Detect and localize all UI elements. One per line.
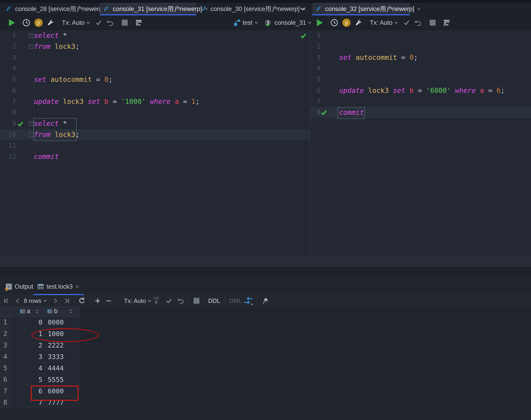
code-line[interactable]: from lock3; [34,41,79,52]
cell-a[interactable]: 3 [11,351,46,362]
code-line[interactable]: set autocommit = 0; [339,52,418,63]
rollback-button[interactable] [413,18,423,28]
output-layout-button[interactable] [441,18,452,28]
code-line[interactable]: commit [34,151,59,162]
cell-b[interactable]: 0000 [46,317,79,328]
first-page-button[interactable] [2,296,11,305]
rollback-button[interactable] [176,296,185,305]
code-token: ; [501,86,505,94]
editor-tab[interactable]: console_30 [service用户newerp]× [198,3,296,15]
cell-a[interactable]: 2 [11,340,46,351]
tab-test-lock3[interactable]: test.lock3 × [37,278,79,295]
close-icon[interactable]: × [76,284,79,290]
delete-row-button[interactable]: − [104,296,113,305]
p-badge-icon: p [342,19,350,27]
column-header-a[interactable]: a [11,306,46,317]
editor-scroll-band[interactable] [0,256,531,267]
row-number[interactable]: 4 [0,351,11,362]
code-line[interactable]: update lock3 set b = '1000' where a = 1; [34,96,200,107]
header-corner[interactable] [0,306,11,317]
code-line[interactable]: update lock3 set b = '6000' where a = 6; [339,85,505,96]
editor-tab[interactable]: console_28 [service用户newerp]× [2,3,99,15]
code-line[interactable]: set autocommit = 0; [34,74,113,85]
tab-label: console_28 [service用户newerp] [15,5,104,13]
history-button[interactable] [21,18,31,28]
code-token: autocommit [50,75,92,83]
code-line[interactable]: select * [34,30,67,41]
code-token: ; [76,130,79,138]
dml-button[interactable]: DML [229,295,242,306]
column-header-b[interactable]: b [46,306,79,317]
editor-right-pane[interactable]: 123set autocommit = 0;456update lock3 se… [310,30,531,256]
stop-button[interactable] [428,18,438,28]
row-number[interactable]: 7 [0,385,11,397]
output-layout-button[interactable] [134,18,144,28]
row-number[interactable]: 6 [0,374,11,385]
reload-button[interactable] [77,296,86,305]
fold-marker[interactable]: − [29,33,33,38]
editor-left-pane[interactable]: − − − − 1select *2from lock3;345set auto… [0,30,310,256]
cell-b[interactable]: 5555 [46,374,79,385]
column-icon [47,309,52,314]
ddl-button[interactable]: DDL [208,295,220,306]
prev-page-button[interactable] [13,296,22,305]
cell-a[interactable]: 4 [11,362,46,374]
commit-check-button[interactable] [401,18,411,28]
commit-check-button[interactable] [164,296,174,305]
code-line[interactable]: commit [339,107,364,118]
tab-output[interactable]: › Output [6,278,33,295]
cell-b[interactable]: 3333 [46,351,79,362]
parameters-button[interactable]: p [33,18,44,28]
editor-split-area: − − − − 1select *2from lock3;345set auto… [0,30,531,256]
cell-a[interactable]: 5 [11,374,46,385]
schema-selector[interactable]: test [233,15,258,30]
fold-marker[interactable]: − [29,44,33,49]
tx-mode-dropdown[interactable]: Tx: Auto [62,15,90,30]
row-number[interactable]: 3 [0,340,11,351]
code-line[interactable]: from lock3; [34,129,79,140]
separator [117,298,117,304]
stop-button[interactable] [192,296,201,305]
row-number[interactable]: 5 [0,362,11,374]
page-size-dropdown[interactable]: 8 rows [24,295,47,306]
session-icon [265,19,273,27]
tab-overflow-button[interactable] [296,3,309,15]
sort-arrows-icon[interactable] [35,309,39,314]
next-page-button[interactable] [51,296,60,305]
history-button[interactable] [329,18,339,28]
rollback-button[interactable] [105,18,115,28]
commit-check-button[interactable] [93,18,104,28]
row-number[interactable]: 1 [0,317,11,328]
annotation-ellipse-row2 [31,328,99,342]
row-number[interactable]: 2 [0,328,11,340]
parameters-button[interactable]: p [341,18,351,28]
settings-wrench-button[interactable] [353,18,364,28]
code-token [59,97,63,105]
line-number: 11 [0,140,16,151]
fold-marker[interactable]: − [29,132,33,137]
fold-marker[interactable]: − [29,121,33,126]
add-row-button[interactable]: + [93,296,102,305]
session-selector[interactable]: console_31 [265,15,312,30]
code-line[interactable]: select * [34,118,67,129]
separator [258,298,258,304]
editor-tab-bar: console_28 [service用户newerp]×console_31 … [0,3,531,15]
row-number[interactable]: 8 [0,397,11,408]
editor-tab[interactable]: console_32 [service用户newerp]× [312,3,410,15]
tx-mode-dropdown[interactable]: Tx: Auto [124,295,151,306]
submit-to-db-button[interactable]: DB [152,296,161,305]
last-page-button[interactable] [62,296,71,305]
code-token [364,86,368,94]
settings-wrench-button[interactable] [46,18,56,28]
sort-arrows-icon[interactable] [69,309,73,314]
stop-button[interactable] [120,18,130,28]
close-icon[interactable]: × [417,6,421,12]
cell-a[interactable]: 0 [11,317,46,328]
editor-tab[interactable]: console_31 [service用户newerp]× [100,3,196,15]
execute-button[interactable] [7,18,17,28]
tx-mode-dropdown[interactable]: Tx: Auto [370,15,398,30]
pin-tab-button[interactable] [260,296,270,305]
execute-button[interactable] [315,18,325,28]
cell-b[interactable]: 4444 [46,362,79,374]
compare-button[interactable] [243,296,254,305]
